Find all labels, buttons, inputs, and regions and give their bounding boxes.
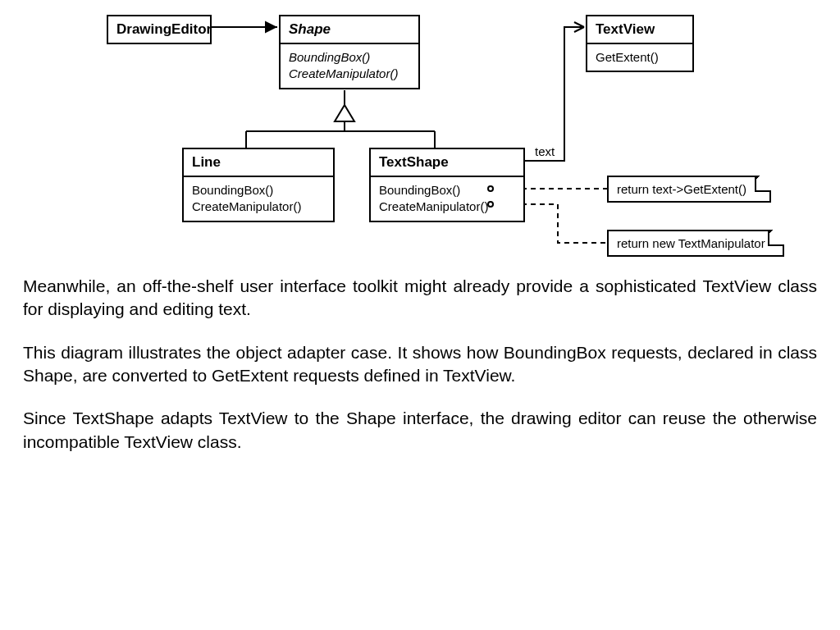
- method: BoundingBox(): [192, 182, 325, 199]
- paragraph: This diagram illustrates the object adap…: [23, 341, 817, 388]
- note-newmanipulator: return new TextManipulator: [607, 230, 784, 257]
- description-text: Meanwhile, an off-the-shelf user interfa…: [23, 275, 817, 473]
- note-text: return new TextManipulator: [617, 236, 765, 250]
- class-textshape: TextShape BoundingBox() CreateManipulato…: [369, 148, 525, 222]
- method: CreateManipulator(): [192, 199, 325, 215]
- dogear-icon: [755, 176, 771, 192]
- method: BoundingBox(): [379, 182, 515, 199]
- note-anchor-icon: [487, 185, 494, 192]
- paragraph: Since TextShape adapts TextView to the S…: [23, 407, 817, 454]
- paragraph: Meanwhile, an off-the-shelf user interfa…: [23, 275, 817, 322]
- method: BoundingBox(): [289, 49, 410, 66]
- dogear-icon: [768, 230, 784, 246]
- class-name: TextView: [587, 16, 692, 43]
- method: GetExtent(): [596, 49, 684, 66]
- method: CreateManipulator(): [289, 66, 410, 82]
- diagram-stage: DrawingEditor Shape BoundingBox() Create…: [0, 0, 840, 630]
- class-name: Shape: [281, 16, 418, 43]
- class-methods: BoundingBox() CreateManipulator(): [281, 43, 418, 88]
- class-name: Line: [184, 149, 333, 176]
- class-methods: BoundingBox() CreateManipulator(): [371, 176, 523, 221]
- class-shape: Shape BoundingBox() CreateManipulator(): [279, 15, 420, 89]
- note-getextent: return text->GetExtent(): [607, 176, 771, 203]
- class-name: TextShape: [371, 149, 523, 176]
- note-anchor-icon: [487, 201, 494, 208]
- svg-marker-2: [335, 105, 354, 121]
- class-name: DrawingEditor: [108, 16, 210, 43]
- method: CreateManipulator(): [379, 199, 515, 215]
- class-methods: GetExtent(): [587, 43, 692, 71]
- association-label: text: [535, 144, 555, 158]
- class-textview: TextView GetExtent(): [586, 15, 694, 72]
- note-text: return text->GetExtent(): [617, 182, 746, 196]
- class-drawingeditor: DrawingEditor: [107, 15, 212, 44]
- class-line: Line BoundingBox() CreateManipulator(): [182, 148, 335, 222]
- class-methods: BoundingBox() CreateManipulator(): [184, 176, 333, 221]
